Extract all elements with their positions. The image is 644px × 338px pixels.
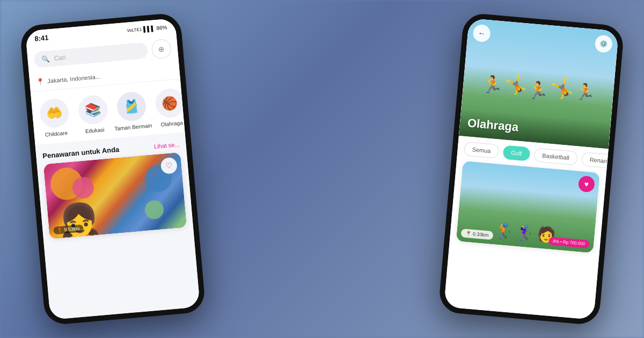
tab-golf[interactable]: Golf	[502, 145, 530, 161]
childcare-emoji: 🤲	[46, 105, 63, 122]
edukasi-icon-circle: 📚	[77, 94, 109, 126]
phone-left: 8:41 VoLTE1 ▌▌▌ 86% 🔍 Cari ⊕ 📍	[19, 12, 206, 326]
status-time: 8:41	[34, 34, 49, 43]
phone-left-screen: 8:41 VoLTE1 ▌▌▌ 86% 🔍 Cari ⊕ 📍	[25, 18, 200, 320]
olahraga-icon-circle: 🏀	[154, 87, 185, 119]
edukasi-label: Edukasi	[85, 127, 104, 134]
taman-bermain-icon-circle: 🎽	[116, 91, 148, 122]
kid-figure-4: 🤸	[550, 76, 575, 101]
heart-icon: ♡	[165, 161, 173, 170]
hero-image: 🏃 🤸 🏃 🤸 🏃 ← ⚙️ Olahraga	[459, 18, 619, 149]
taman-bermain-label: Taman Bermain	[114, 122, 152, 131]
category-olahraga[interactable]: 🏀 Olahraga	[153, 87, 185, 128]
see-more-link[interactable]: Lihat se...	[153, 141, 180, 150]
kid-figure-5: 🏃	[575, 82, 596, 102]
tab-renang-label: Renang	[589, 156, 609, 164]
phone-right-screen: 🏃 🤸 🏃 🤸 🏃 ← ⚙️ Olahraga	[444, 18, 619, 320]
search-icon: 🔍	[41, 55, 50, 63]
golf-distance-text: 0.33km	[473, 231, 489, 238]
distance-pin-icon: 📍	[56, 227, 63, 233]
tab-renang[interactable]: Renang	[581, 152, 609, 169]
childcare-label: Childcare	[45, 130, 68, 138]
location-gps-button[interactable]: ⊕	[151, 39, 172, 60]
golfer-2: 🏌️‍♀️	[516, 223, 536, 243]
phone-right: 🏃 🤸 🏃 🤸 🏃 ← ⚙️ Olahraga	[438, 12, 625, 326]
tab-semua[interactable]: Semua	[464, 142, 500, 159]
filter-icon: ⚙️	[599, 40, 608, 48]
signal-bars: ▌▌▌	[143, 25, 155, 32]
golfer-1: 🏌️	[495, 222, 515, 241]
golf-card-image: 🏌️ 🏌️‍♀️ 🧑 ♥ 📍 0.33km 8% • Rp 700.000	[456, 161, 600, 253]
childcare-icon-circle: 🤲	[39, 98, 70, 129]
status-icons: VoLTE1 ▌▌▌ 86%	[127, 24, 167, 34]
tab-basketball[interactable]: Basketball	[533, 148, 578, 165]
location-text: Jakarta, Indonesia...	[47, 73, 101, 84]
golf-distance-pin: 📍	[465, 231, 472, 237]
olahraga-label: Olahraga	[160, 120, 183, 128]
golf-card[interactable]: 🏌️ 🏌️‍♀️ 🧑 ♥ 📍 0.33km 8% • Rp 700.000	[456, 161, 600, 253]
section-title: Penawaran untuk Anda	[42, 145, 120, 160]
distance-text: 9.53km	[64, 226, 80, 233]
kid-figure-3: 🏃	[526, 79, 550, 101]
tab-golf-label: Golf	[511, 150, 522, 157]
battery-text: 86%	[156, 24, 167, 31]
location-pin-icon: 📍	[36, 78, 45, 86]
search-box[interactable]: 🔍 Cari	[33, 42, 148, 68]
category-childcare[interactable]: 🤲 Childcare	[38, 98, 72, 138]
golf-heart-icon: ♥	[584, 180, 589, 189]
category-taman-bermain[interactable]: 🎽 Taman Bermain	[115, 91, 149, 131]
kid-figure-1: 🏃	[481, 74, 504, 95]
phones-container: 8:41 VoLTE1 ▌▌▌ 86% 🔍 Cari ⊕ 📍	[0, 0, 644, 338]
hero-title: Olahraga	[467, 116, 519, 134]
search-placeholder: Cari	[54, 54, 66, 62]
offer-card[interactable]: 👧 ♡ 📍 9.53km	[43, 152, 187, 239]
edukasi-emoji: 📚	[84, 102, 101, 119]
tab-semua-label: Semua	[472, 146, 491, 154]
gps-icon: ⊕	[158, 45, 165, 54]
taman-bermain-emoji: 🎽	[123, 98, 140, 115]
olahraga-emoji: 🏀	[162, 95, 179, 112]
category-edukasi[interactable]: 📚 Edukasi	[76, 94, 111, 135]
tab-basketball-label: Basketball	[542, 152, 570, 161]
card-image: 👧 ♡ 📍 9.53km	[43, 152, 187, 239]
kid-figure-2: 🤸	[503, 72, 528, 96]
signal-text: VoLTE1	[127, 27, 142, 33]
back-icon: ←	[478, 28, 486, 38]
